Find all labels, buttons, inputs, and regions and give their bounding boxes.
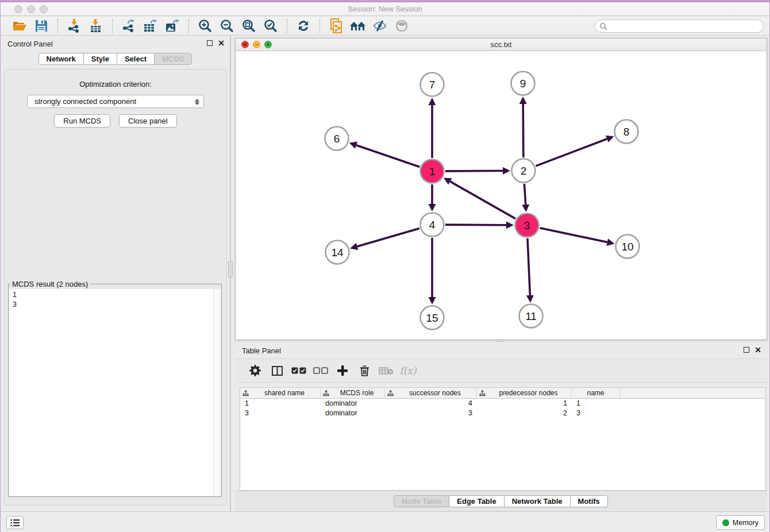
table-splitter-handle[interactable]	[496, 339, 504, 342]
edge-1-6[interactable]	[356, 145, 419, 167]
edge-arrowhead	[349, 142, 357, 149]
float-panel-icon[interactable]	[207, 40, 213, 46]
node-label-15: 15	[426, 312, 438, 324]
column-header-shared-name[interactable]: shared name	[240, 388, 321, 398]
table-tab-edge-table[interactable]: Edge Table	[449, 495, 504, 507]
zoom-out-button[interactable]	[218, 18, 236, 34]
cell-predecessor-nodes[interactable]: 2	[477, 408, 572, 418]
tab-mcds[interactable]: MCDS	[154, 53, 192, 65]
table-row[interactable]: 3dominator323	[240, 408, 765, 418]
table-tab-network-table[interactable]: Network Table	[504, 495, 571, 507]
network-zoom-button[interactable]: +	[264, 41, 272, 48]
cell-shared-name[interactable]: 3	[240, 408, 321, 418]
delete-table-button[interactable]	[376, 362, 396, 379]
select-all-columns-button[interactable]	[289, 362, 309, 379]
import-table-button[interactable]	[87, 18, 105, 34]
network-window-titlebar[interactable]: ✕ − + scc.txt	[236, 38, 767, 51]
edge-2-9[interactable]	[523, 104, 523, 157]
network-graph[interactable]: 1234678910111415	[236, 51, 767, 340]
export-network-icon	[122, 19, 136, 33]
close-panel-button[interactable]: Close panel	[119, 114, 177, 128]
cell-shared-name[interactable]: 1	[240, 399, 321, 408]
cell-name[interactable]: 3	[572, 408, 620, 418]
open-session-button[interactable]	[11, 18, 28, 34]
control-panel-tabs: NetworkStyleSelectMCDS	[1, 53, 230, 65]
network-minimize-button[interactable]: −	[253, 41, 260, 48]
first-neighbors-button[interactable]	[349, 18, 367, 34]
edge-1-2[interactable]	[445, 171, 503, 171]
zoom-in-button[interactable]	[197, 18, 214, 34]
column-label: predecessor nodes	[486, 389, 571, 397]
task-history-button[interactable]	[6, 516, 24, 529]
deselect-all-columns-button[interactable]	[311, 362, 330, 379]
table-settings-button[interactable]	[245, 362, 265, 379]
table-row[interactable]: 1dominator411	[240, 399, 765, 408]
edge-2-8[interactable]	[536, 139, 607, 166]
houses-icon	[349, 20, 367, 32]
column-header-predecessor-nodes[interactable]: predecessor nodes	[477, 388, 572, 398]
import-network-button[interactable]	[66, 18, 83, 34]
hide-selected-button[interactable]	[371, 18, 388, 34]
add-column-button[interactable]	[333, 362, 352, 379]
save-session-button[interactable]	[33, 18, 50, 34]
cell-successor-nodes[interactable]: 4	[385, 399, 477, 408]
edge-3-10[interactable]	[540, 228, 607, 242]
column-header-MCDS-role[interactable]: MCDS role	[321, 388, 385, 398]
float-table-panel-icon[interactable]	[744, 347, 749, 353]
export-image-button[interactable]	[164, 18, 181, 34]
edge-2-3[interactable]	[524, 184, 525, 205]
tab-select[interactable]: Select	[117, 53, 155, 65]
edge-arrowhead	[429, 98, 436, 105]
refresh-layout-button[interactable]	[295, 18, 312, 34]
show-all-button[interactable]	[393, 18, 410, 34]
cell-MCDS-role[interactable]: dominator	[321, 408, 385, 418]
search-input[interactable]	[610, 22, 753, 31]
search-box[interactable]	[595, 20, 764, 33]
split-view-button[interactable]	[267, 362, 287, 379]
eye-slash-icon	[372, 20, 387, 32]
network-close-button[interactable]: ✕	[241, 41, 249, 48]
criterion-dropdown[interactable]: strongly connected component	[27, 95, 204, 108]
column-header-name[interactable]: name	[572, 388, 620, 398]
zoom-window-button[interactable]	[40, 5, 48, 13]
column-header-successor-nodes[interactable]: successor nodes	[385, 388, 477, 398]
cell-successor-nodes[interactable]: 3	[385, 408, 477, 418]
close-table-panel-icon[interactable]: ✕	[754, 346, 761, 353]
memory-button[interactable]: Memory	[716, 515, 765, 530]
table-tab-node-table[interactable]: Node Table	[394, 495, 449, 507]
window-title: Session: New Session	[1, 2, 769, 16]
edge-4-3[interactable]	[445, 225, 506, 225]
cell-MCDS-role[interactable]: dominator	[321, 399, 385, 408]
minimize-window-button[interactable]	[27, 5, 35, 13]
refresh-icon	[297, 19, 310, 33]
attribute-tree-icon	[242, 390, 249, 396]
function-builder-button[interactable]: f(x)	[398, 362, 418, 379]
export-network-button[interactable]	[120, 18, 137, 34]
mcds-result-list[interactable]: 13	[9, 289, 221, 496]
node-table[interactable]: shared nameMCDS rolesuccessor nodesprede…	[240, 387, 766, 491]
close-panel-icon[interactable]: ✕	[218, 40, 225, 47]
edge-4-14[interactable]	[357, 228, 419, 246]
table-toolbar: f(x)	[235, 358, 767, 383]
node-label-11: 11	[525, 310, 537, 322]
tab-style[interactable]: Style	[83, 53, 117, 65]
zoom-selected-button[interactable]	[262, 18, 279, 34]
cell-predecessor-nodes[interactable]: 1	[477, 399, 572, 408]
run-mcds-button[interactable]: Run MCDS	[54, 114, 110, 128]
close-window-button[interactable]	[14, 5, 22, 13]
table-panel: Table Panel ✕	[235, 342, 767, 511]
edge-3-1[interactable]	[450, 182, 515, 219]
zoom-fit-button[interactable]	[240, 18, 257, 34]
cell-name[interactable]: 1	[572, 399, 620, 408]
toolbar-separator	[287, 18, 287, 33]
result-scrollbar[interactable]	[213, 289, 221, 496]
tab-network[interactable]: Network	[38, 53, 84, 65]
export-table-button[interactable]	[142, 18, 159, 34]
clone-network-button[interactable]	[328, 18, 345, 34]
table-tab-motifs[interactable]: Motifs	[570, 495, 608, 507]
network-canvas[interactable]: 1234678910111415	[236, 51, 767, 340]
trash-icon	[360, 365, 369, 376]
panel-splitter-handle[interactable]	[228, 261, 233, 277]
delete-column-button[interactable]	[355, 362, 374, 379]
edge-3-11[interactable]	[528, 238, 530, 295]
